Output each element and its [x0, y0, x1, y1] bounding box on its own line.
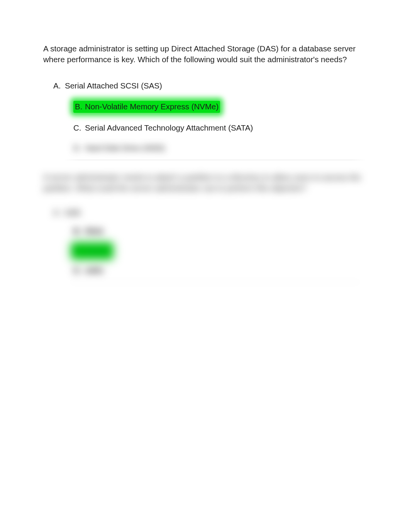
option-letter: D.	[73, 143, 85, 153]
option-text: mkfs	[85, 265, 103, 276]
question-2-prompt-blurred: A server administrator needs to attach a…	[43, 172, 367, 194]
q2-correct-highlight: C. mount	[73, 245, 111, 257]
q1-option-b-correct: B. Non-Volatile Memory Express (NVMe)	[73, 101, 220, 113]
divider	[63, 160, 367, 160]
option-text: Non-Volatile Memory Express (NVMe)	[85, 102, 219, 112]
document-page: A storage administrator is setting up Di…	[0, 0, 410, 282]
q1-option-d-blurred: D. Hard Disk Drive (HDD)	[73, 143, 367, 153]
q1-option-a: A. Serial Attached SCSI (SAS)	[53, 81, 367, 91]
question-1-options: A. Serial Attached SCSI (SAS) B. Non-Vol…	[53, 81, 367, 154]
option-text: Serial Advanced Technology Attachment (S…	[85, 123, 253, 133]
option-text: Hard Disk Drive (HDD)	[85, 143, 165, 153]
option-text: mount	[86, 246, 108, 256]
option-letter: B.	[73, 226, 85, 236]
option-letter: D.	[73, 265, 85, 276]
q2-option-c-correct: C. mount	[73, 245, 367, 257]
q2-suboptions: B. fdisk C. mount D. mkfs	[73, 226, 367, 275]
option-text: lsblk	[65, 207, 81, 218]
divider	[63, 282, 367, 282]
option-text: Serial Attached SCSI (SAS)	[65, 81, 162, 91]
question-1-prompt: A storage administrator is setting up Di…	[43, 43, 367, 65]
option-text: fdisk	[85, 226, 103, 236]
option-letter: A.	[53, 81, 65, 91]
q2-option-b: B. fdisk	[73, 226, 367, 236]
question-2-options-blurred: A. lsblk B. fdisk C. mount D. mkfs	[53, 207, 367, 276]
option-letter: C.	[74, 246, 86, 256]
option-letter: B.	[73, 102, 85, 112]
q2-option-d: D. mkfs	[73, 265, 367, 276]
q1-suboptions: B. Non-Volatile Memory Express (NVMe) C.…	[73, 101, 367, 153]
option-letter: A.	[53, 207, 65, 218]
q1-option-c: C. Serial Advanced Technology Attachment…	[73, 123, 367, 133]
q2-option-a: A. lsblk	[53, 207, 367, 218]
option-letter: C.	[73, 123, 85, 133]
